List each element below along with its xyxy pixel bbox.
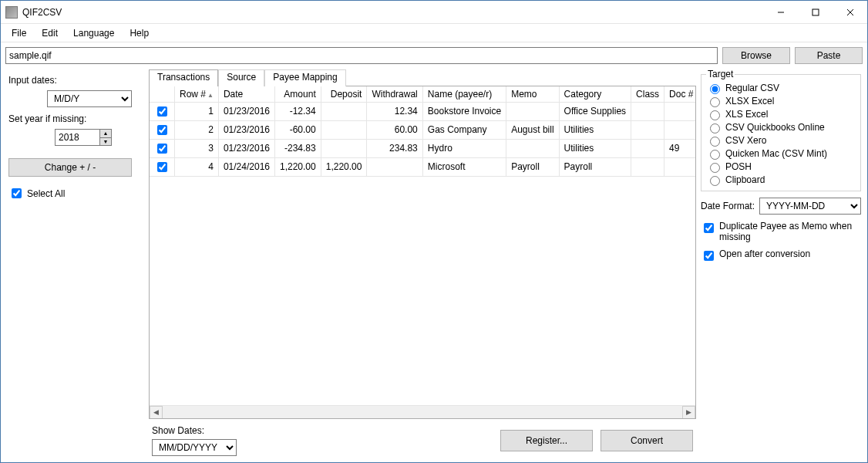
cell-class: [631, 102, 664, 120]
target-option: Regular CSV: [706, 81, 856, 94]
dup-payee-label: Duplicate Payee as Memo when missing: [719, 221, 861, 242]
browse-button[interactable]: Browse: [722, 47, 790, 64]
cell-amount: -60.00: [275, 120, 321, 139]
target-option: Quicken Mac (CSV Mint): [706, 147, 856, 160]
table-row[interactable]: 201/23/2016-60.0060.00Gas CompanyAugust …: [150, 120, 695, 139]
target-option: XLSX Excel: [706, 94, 856, 107]
menu-help[interactable]: Help: [123, 26, 155, 40]
col-amount[interactable]: Amount: [275, 86, 321, 102]
target-radio[interactable]: [710, 123, 720, 133]
input-dates-select[interactable]: M/D/Y: [47, 90, 132, 107]
target-option: CSV Xero: [706, 133, 856, 147]
menu-bar: File Edit Language Help: [1, 24, 867, 42]
target-label: Regular CSV: [725, 83, 779, 93]
open-after-checkbox[interactable]: [704, 251, 714, 261]
menu-file[interactable]: File: [5, 26, 32, 40]
cell-date: 01/23/2016: [218, 120, 274, 139]
change-sign-button[interactable]: Change + / -: [8, 158, 132, 177]
target-label: XLS Excel: [725, 109, 768, 120]
cell-date: 01/23/2016: [218, 139, 274, 157]
menu-language[interactable]: Language: [67, 26, 120, 40]
target-radio[interactable]: [710, 137, 720, 147]
year-up-button[interactable]: ▲: [99, 129, 112, 137]
col-class[interactable]: Class: [631, 86, 664, 102]
cell-category: Utilities: [559, 139, 631, 157]
minimize-button[interactable]: [763, 1, 798, 23]
target-radio[interactable]: [710, 150, 720, 160]
scroll-left-button[interactable]: ◀: [150, 406, 163, 419]
target-label: XLSX Excel: [725, 96, 774, 106]
col-name[interactable]: Name (payee/r): [422, 86, 506, 102]
window-controls: [763, 1, 867, 23]
cell-category: Payroll: [559, 157, 631, 176]
col-deposit[interactable]: Deposit: [321, 86, 367, 102]
tab-transactions[interactable]: Transactions: [149, 69, 218, 86]
table-row[interactable]: 301/23/2016-234.83234.83HydroUtilities49: [150, 139, 695, 157]
select-all-checkbox[interactable]: [12, 188, 22, 198]
cell-amount: -12.34: [275, 102, 321, 120]
app-icon: [5, 6, 18, 19]
center-panel: Transactions Source Payee Mapping Row #▲…: [147, 69, 698, 462]
table-header-row: Row #▲ Date Amount Deposit Withdrawal Na…: [150, 86, 695, 102]
row-checkbox[interactable]: [157, 162, 167, 172]
year-down-button[interactable]: ▼: [99, 137, 112, 146]
close-icon: [846, 8, 854, 16]
dup-payee-row: Duplicate Payee as Memo when missing: [701, 221, 861, 242]
register-button[interactable]: Register...: [500, 430, 593, 451]
cell-withdrawal: 234.83: [367, 139, 422, 157]
target-radio[interactable]: [710, 110, 720, 120]
cell-class: [631, 139, 664, 157]
horizontal-scrollbar[interactable]: ◀ ▶: [150, 405, 695, 418]
target-label: POSH: [725, 161, 752, 172]
target-legend: Target: [706, 69, 735, 79]
cell-date: 01/24/2016: [218, 157, 274, 176]
tab-source[interactable]: Source: [218, 69, 264, 86]
date-format-row: Date Format: YYYY-MM-DD: [701, 198, 861, 215]
col-row[interactable]: Row #▲: [175, 86, 219, 102]
maximize-button[interactable]: [798, 1, 833, 23]
scroll-right-button[interactable]: ▶: [682, 406, 695, 419]
cell-deposit: 1,220.00: [321, 157, 367, 176]
cell-name: Hydro: [422, 139, 506, 157]
col-memo[interactable]: Memo: [506, 86, 559, 102]
target-radio[interactable]: [710, 176, 720, 186]
date-format-label: Date Format:: [701, 201, 755, 211]
cell-row: 3: [175, 139, 219, 157]
table-row[interactable]: 401/24/20161,220.001,220.00MicrosoftPayr…: [150, 157, 695, 176]
menu-edit[interactable]: Edit: [35, 26, 64, 40]
convert-button[interactable]: Convert: [601, 430, 693, 451]
input-dates-label: Input dates:: [8, 75, 140, 86]
target-label: CSV Xero: [725, 135, 766, 146]
col-withdrawal[interactable]: Withdrawal: [367, 86, 422, 102]
file-path-input[interactable]: [5, 47, 718, 64]
paste-button[interactable]: Paste: [795, 47, 863, 64]
table-row[interactable]: 101/23/2016-12.3412.34Bookstore InvoiceO…: [150, 102, 695, 120]
tab-body: Row #▲ Date Amount Deposit Withdrawal Na…: [149, 86, 696, 419]
col-date[interactable]: Date: [218, 86, 274, 102]
cell-doc: 49: [664, 139, 695, 157]
dup-payee-checkbox[interactable]: [704, 223, 714, 233]
target-radio[interactable]: [710, 84, 720, 94]
minimize-icon: [777, 8, 785, 16]
col-doc[interactable]: Doc #: [664, 86, 695, 102]
file-row: Browse Paste: [1, 42, 867, 69]
cell-memo: Payroll: [506, 157, 559, 176]
col-category[interactable]: Category: [559, 86, 631, 102]
row-checkbox[interactable]: [157, 144, 167, 154]
cell-doc: [664, 120, 695, 139]
tab-payee-mapping[interactable]: Payee Mapping: [264, 69, 345, 86]
cell-name: Bookstore Invoice: [422, 102, 506, 120]
show-dates-select[interactable]: MM/DD/YYYY: [152, 439, 237, 456]
cell-category: Office Supplies: [559, 102, 631, 120]
row-checkbox[interactable]: [157, 125, 167, 135]
date-format-select[interactable]: YYYY-MM-DD: [759, 198, 861, 215]
target-radio[interactable]: [710, 97, 720, 107]
target-radio[interactable]: [710, 163, 720, 173]
select-all-label: Select All: [27, 188, 65, 199]
body: Input dates: M/D/Y Set year if missing: …: [1, 69, 867, 462]
year-input[interactable]: [55, 129, 99, 146]
row-checkbox[interactable]: [157, 106, 167, 117]
close-button[interactable]: [833, 1, 867, 23]
scroll-track[interactable]: [163, 406, 682, 419]
cell-amount: 1,220.00: [275, 157, 321, 176]
